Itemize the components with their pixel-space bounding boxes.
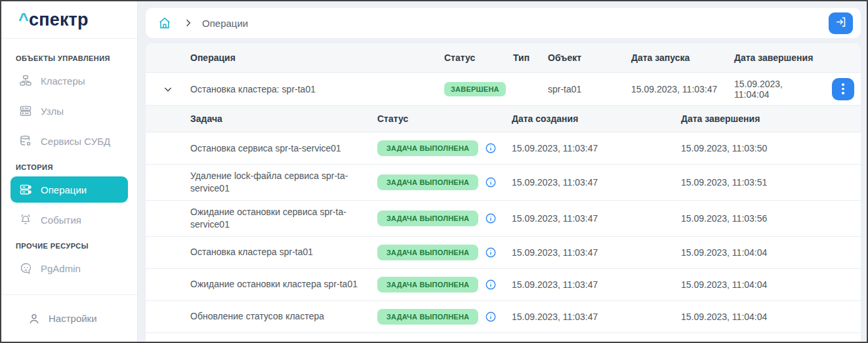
task-row: Остановка кластера spr-ta01 ЗАДАЧА ВЫПОЛ… xyxy=(146,237,861,269)
task-status-badge: ЗАДАЧА ВЫПОЛНЕНА xyxy=(377,309,478,325)
col-status: Статус xyxy=(444,52,513,63)
task-status-badge: ЗАДАЧА ВЫПОЛНЕНА xyxy=(377,174,478,190)
task-status-badge: ЗАДАЧА ВЫПОЛНЕНА xyxy=(377,277,478,293)
task-name: Остановка сервиса spr-ta-service01 xyxy=(190,142,377,155)
logo: ^спектр xyxy=(1,1,137,39)
section-title-other-resources: ПРОЧИЕ РЕСУРСЫ xyxy=(16,242,125,250)
logo-caret: ^ xyxy=(18,10,29,30)
app-window: ^спектр ОБЪЕКТЫ УПРАВЛЕНИЯ Кластеры Узлы xyxy=(0,0,868,343)
task-finished: 15.09.2023, 11:04:04 xyxy=(681,312,861,322)
col-finish-date: Дата завершения xyxy=(734,52,828,63)
operations-table-header: Операция Статус Тип Объект Дата запуска … xyxy=(146,43,861,73)
sidebar-item-label: Операции xyxy=(41,184,87,195)
sidebar-item-settings[interactable]: Настройки xyxy=(1,294,137,342)
task-row: Остановка сервиса spr-ta-service01 ЗАДАЧ… xyxy=(146,132,861,165)
clusters-icon xyxy=(18,73,33,88)
col-task: Задача xyxy=(190,113,377,124)
task-row: Ожидание остановки кластера spr-ta01 ЗАД… xyxy=(146,269,861,301)
info-icon[interactable] xyxy=(485,176,497,188)
task-status-badge: ЗАДАЧА ВЫПОЛНЕНА xyxy=(377,211,478,226)
task-row: Удаление lock-файла сервиса spr-ta-servi… xyxy=(146,165,861,201)
col-task-status: Статус xyxy=(377,113,512,124)
task-name: Остановка кластера spr-ta01 xyxy=(190,246,377,258)
task-name: Обновление статусов кластера xyxy=(190,310,377,323)
sidebar-item-label: События xyxy=(41,214,81,226)
task-created: 15.09.2023, 11:03:47 xyxy=(512,177,681,188)
info-icon[interactable] xyxy=(485,212,497,224)
sidebar-item-nodes[interactable]: Узлы xyxy=(10,98,128,124)
info-icon[interactable] xyxy=(485,142,497,154)
col-start-date: Дата запуска xyxy=(631,52,734,63)
chevron-right-icon xyxy=(184,18,193,28)
task-created: 15.09.2023, 11:03:47 xyxy=(512,247,681,258)
task-name: Ожидание остановки сервиса spr-ta-servic… xyxy=(190,206,377,231)
task-finished: 15.09.2023, 11:04:04 xyxy=(681,279,861,290)
login-icon xyxy=(835,16,847,30)
section-title-history: ИСТОРИЯ xyxy=(16,163,125,171)
operations-icon xyxy=(18,182,33,197)
sidebar: ^спектр ОБЪЕКТЫ УПРАВЛЕНИЯ Кластеры Узлы xyxy=(1,1,138,342)
task-created: 15.09.2023, 11:03:47 xyxy=(512,279,681,290)
events-icon xyxy=(18,212,33,227)
task-finished: 15.09.2023, 11:03:51 xyxy=(681,177,861,188)
col-object: Объект xyxy=(548,52,631,63)
tasks-table-header: Задача Статус Дата создания Дата заверше… xyxy=(146,106,861,132)
sidebar-item-label: PgAdmin xyxy=(41,263,81,274)
task-status-badge: ЗАДАЧА ВЫПОЛНЕНА xyxy=(377,140,478,156)
breadcrumb-bar: Операции xyxy=(146,8,861,38)
operation-object: spr-ta01 xyxy=(548,84,631,94)
task-row: Ожидание остановки сервиса spr-ta-servic… xyxy=(146,201,861,237)
nodes-icon xyxy=(18,104,33,118)
task-finished: 15.09.2023, 11:03:56 xyxy=(681,213,861,224)
sidebar-item-events[interactable]: События xyxy=(10,207,128,233)
collapse-chevron-icon[interactable] xyxy=(146,84,190,94)
sidebar-nav: ОБЪЕКТЫ УПРАВЛЕНИЯ Кластеры Узлы Сервисы… xyxy=(1,39,137,294)
main-area: Операции Операция Статус Тип Объект Дата… xyxy=(138,1,867,342)
sidebar-item-label: Сервисы СУБД xyxy=(41,136,110,147)
sidebar-item-clusters[interactable]: Кластеры xyxy=(10,68,128,94)
row-actions-button[interactable] xyxy=(832,78,854,100)
breadcrumb-current: Операции xyxy=(202,18,248,29)
operation-start-date: 15.09.2023, 11:03:47 xyxy=(631,84,734,94)
col-task-created: Дата создания xyxy=(512,113,681,124)
task-status-badge: ЗАДАЧА ВЫПОЛНЕНА xyxy=(377,245,478,260)
task-name: Ожидание остановки кластера spr-ta01 xyxy=(190,278,377,291)
settings-label: Настройки xyxy=(49,313,97,324)
info-icon[interactable] xyxy=(485,247,497,258)
task-name: Удаление lock-файла сервиса spr-ta-servi… xyxy=(190,170,377,195)
task-finished: 15.09.2023, 11:03:50 xyxy=(681,143,861,153)
operations-table: Операция Статус Тип Объект Дата запуска … xyxy=(146,43,861,342)
task-created: 15.09.2023, 11:03:47 xyxy=(512,213,681,224)
logout-button[interactable] xyxy=(829,12,853,34)
operation-finish-date: 15.09.2023, 11:04:04 xyxy=(734,79,828,100)
pgadmin-icon xyxy=(18,261,33,275)
sidebar-item-label: Узлы xyxy=(41,106,64,117)
sidebar-item-db-services[interactable]: Сервисы СУБД xyxy=(10,128,128,154)
task-finished: 15.09.2023, 11:04:04 xyxy=(681,247,861,258)
sidebar-item-operations[interactable]: Операции xyxy=(10,176,128,203)
logo-text: спектр xyxy=(29,10,89,30)
sidebar-item-label: Кластеры xyxy=(41,75,85,87)
sidebar-item-pgadmin[interactable]: PgAdmin xyxy=(10,255,128,281)
user-icon xyxy=(28,312,41,325)
db-services-icon xyxy=(18,134,33,148)
operation-name: Остановка кластера: spr-ta01 xyxy=(190,84,444,94)
operation-row: Остановка кластера: spr-ta01 ЗАВЕРШЕНА s… xyxy=(146,73,861,106)
operation-status-badge: ЗАВЕРШЕНА xyxy=(444,82,506,96)
col-type: Тип xyxy=(513,52,548,63)
task-created: 15.09.2023, 11:03:47 xyxy=(512,143,681,153)
task-row: Обновление статусов кластера ЗАДАЧА ВЫПО… xyxy=(146,301,861,333)
col-task-finished: Дата завершения xyxy=(681,113,861,124)
kebab-icon xyxy=(842,83,844,86)
task-created: 15.09.2023, 11:03:47 xyxy=(512,312,681,322)
home-icon[interactable] xyxy=(157,15,173,31)
info-icon[interactable] xyxy=(485,311,497,323)
col-operation: Операция xyxy=(190,52,444,63)
section-title-management-objects: ОБЪЕКТЫ УПРАВЛЕНИЯ xyxy=(16,54,125,62)
info-icon[interactable] xyxy=(485,279,497,291)
